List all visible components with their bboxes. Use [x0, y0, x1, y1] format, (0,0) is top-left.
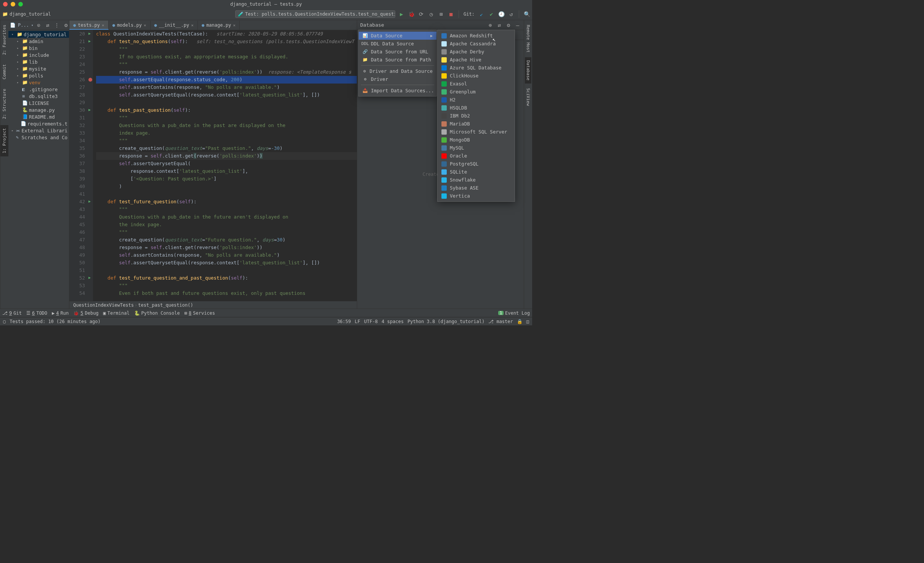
popup-item-import-data-sources-[interactable]: 📥Import Data Sources... — [359, 87, 436, 95]
bottom-tab-9-git[interactable]: ⎇9 Git — [2, 310, 22, 316]
datasource-mariadb[interactable]: MariaDB — [438, 120, 515, 128]
tree-item-mysite[interactable]: ▸📁mysite — [8, 65, 69, 72]
datasource-ibm-db2[interactable]: IBM Db2 — [438, 112, 515, 120]
indent-config[interactable]: 4 spaces — [382, 319, 404, 324]
git-branch[interactable]: ⎇ master — [488, 319, 513, 324]
datasource-mysql[interactable]: MySQL — [438, 144, 515, 152]
popup-item-data-source[interactable]: 📊Data Source▶ — [359, 32, 436, 40]
code-editor[interactable]: 2021222324252627282930313233343536373839… — [69, 30, 357, 301]
close-tab-icon[interactable]: × — [102, 23, 104, 28]
profile-button[interactable]: ◷ — [428, 11, 434, 17]
coverage-button[interactable]: ⟳ — [418, 11, 424, 17]
tree-item-license[interactable]: 📄LICENSE — [8, 100, 69, 106]
left-tab-2-favorites[interactable]: 2: Favorites — [0, 22, 8, 58]
file-encoding[interactable]: UTF-8 — [364, 319, 378, 324]
line-gutter[interactable]: 2021222324252627282930313233343536373839… — [69, 30, 88, 301]
run-configuration-selector[interactable]: 🧪 Test: polls.tests.QuestionIndexViewTes… — [235, 10, 395, 18]
right-tab-remote-host[interactable]: Remote Host — [525, 22, 531, 56]
locate-icon[interactable]: ⊙ — [35, 22, 42, 28]
interpreter[interactable]: Python 3.8 (django_tutorial) — [407, 319, 484, 324]
editor-breadcrumb[interactable]: QuestionIndexViewTests › test_past_quest… — [69, 301, 357, 309]
git-commit-icon[interactable]: ✔ — [488, 11, 494, 17]
left-tab-2-structure[interactable]: 2: Structure — [0, 85, 8, 122]
datasource-postgresql[interactable]: PostgreSQL — [438, 160, 515, 168]
tree-item-django_tutorial[interactable]: ▾📁django_tutorial — [8, 31, 69, 38]
datasource-azure-sql-database[interactable]: Azure SQL Database — [438, 64, 515, 72]
bottom-tab-6-todo[interactable]: ☰6 TODO — [26, 310, 47, 316]
left-tab-commit[interactable]: Commit — [0, 61, 8, 82]
tree-item-requirements-t[interactable]: 📄requirements.t — [8, 120, 69, 127]
tree-item-db-sqlite3[interactable]: ≡db.sqlite3 — [8, 93, 69, 100]
datasource-exasol[interactable]: Exasol — [438, 80, 515, 88]
expand-icon[interactable]: ⇄ — [45, 22, 51, 28]
db-new-icon[interactable]: ⊕ — [487, 22, 493, 28]
datasource-clickhouse[interactable]: ClickHouse — [438, 72, 515, 80]
editor-tab-tests-py[interactable]: ●tests.py× — [69, 21, 109, 30]
popup-item-data-source-from-path[interactable]: 📁Data Source from Path — [359, 56, 436, 64]
db-minimize-icon[interactable]: — — [515, 22, 521, 28]
line-separator[interactable]: LF — [355, 319, 360, 324]
datasource-snowflake[interactable]: Snowflake — [438, 176, 515, 184]
tree-item-external-librari[interactable]: ▸⫘External Librari — [8, 127, 69, 134]
datasource-amazon-redshift[interactable]: Amazon Redshift — [438, 32, 515, 40]
project-tree[interactable]: ▾📁django_tutorial▸📁admin▸📁bin▸📁include▸📁… — [8, 30, 69, 309]
bottom-tab-8-services[interactable]: ⊞8 Services — [184, 310, 215, 316]
editor-tab-models-py[interactable]: ●models.py× — [109, 21, 151, 30]
concurrency-button[interactable]: ⊞ — [438, 11, 444, 17]
tree-item-polls[interactable]: ▸📁polls — [8, 72, 69, 79]
right-tab-sciview[interactable]: SciView — [525, 85, 531, 109]
tree-item-bin[interactable]: ▸📁bin — [8, 45, 69, 51]
bottom-tab-terminal[interactable]: ▣Terminal — [103, 310, 130, 316]
breadcrumb[interactable]: 📁 django_tutorial — [2, 11, 51, 17]
tree-item--gitignore[interactable]: ◧.gitignore — [8, 86, 69, 93]
datasource-sqlite[interactable]: SQLite — [438, 168, 515, 176]
datasource-h2[interactable]: H2 — [438, 96, 515, 104]
settings-icon[interactable]: ⚙ — [63, 22, 69, 28]
left-tab-1-project[interactable]: 1: Project — [0, 125, 8, 156]
memory-indicator[interactable]: 🔒 — [517, 319, 523, 324]
close-tab-icon[interactable]: × — [144, 23, 146, 28]
tree-item-admin[interactable]: ▸📁admin — [8, 38, 69, 45]
tree-item-manage-py[interactable]: 🐍manage.py — [8, 106, 69, 113]
popup-item-ddl-data-source[interactable]: DDLDDL Data Source — [359, 40, 436, 48]
close-tab-icon[interactable]: × — [233, 23, 236, 28]
datasource-sybase-ase[interactable]: Sybase ASE — [438, 184, 515, 192]
popup-item-data-source-from-url[interactable]: 🔗Data Source from URL — [359, 48, 436, 56]
bottom-tab-python-console[interactable]: 🐍Python Console — [134, 310, 180, 316]
collapse-icon[interactable]: ⋮ — [54, 22, 60, 28]
git-update-icon[interactable]: ↙ — [478, 11, 484, 17]
status-icon[interactable]: ▢ — [3, 319, 6, 324]
run-marker-column[interactable]: ▶▶▶▶▶ — [88, 30, 93, 301]
datasource-oracle[interactable]: Oracle — [438, 152, 515, 160]
search-everywhere-icon[interactable]: 🔍 — [524, 11, 530, 17]
popup-item-driver-and-data-source[interactable]: ⚙Driver and Data Source — [359, 67, 436, 75]
code-content[interactable]: class QuestionIndexViewTests(TestCase): … — [93, 30, 357, 301]
crumb-class[interactable]: QuestionIndexViewTests — [73, 302, 134, 308]
bottom-tab-4-run[interactable]: ▶4 Run — [52, 310, 69, 316]
tree-item-readme-md[interactable]: 📘README.md — [8, 113, 69, 120]
datasource-microsoft-sql-server[interactable]: Microsoft SQL Server — [438, 128, 515, 136]
event-log[interactable]: 1 Event Log — [498, 310, 530, 316]
tree-item-scratches-and-co[interactable]: ✎Scratches and Co — [8, 134, 69, 141]
editor-tab-manage-py[interactable]: ●manage.py× — [198, 21, 240, 30]
tree-item-lib[interactable]: ▸📁lib — [8, 58, 69, 65]
datasource-hsqldb[interactable]: HSQLDB — [438, 104, 515, 112]
datasource-apache-cassandra[interactable]: Apache Cassandra — [438, 40, 515, 48]
tree-item-include[interactable]: ▸📁include — [8, 51, 69, 58]
read-only-indicator[interactable]: ◫ — [526, 319, 529, 324]
editor-tab-__init__-py[interactable]: ●__init__.py× — [151, 21, 198, 30]
tree-item-venv[interactable]: ▸📁venv — [8, 79, 69, 86]
git-history-icon[interactable]: 🕘 — [498, 11, 504, 17]
debug-button[interactable]: 🐞 — [408, 11, 414, 17]
popup-item-driver[interactable]: ⚙Driver — [359, 75, 436, 83]
stop-button[interactable]: ■ — [448, 11, 454, 17]
datasource-apache-hive[interactable]: Apache Hive — [438, 56, 515, 64]
project-header-label[interactable]: P... — [18, 23, 29, 28]
run-button[interactable]: ▶ — [398, 11, 404, 17]
git-revert-icon[interactable]: ↺ — [508, 11, 514, 17]
db-add-popup[interactable]: 📊Data Source▶DDLDDL Data Source🔗Data Sou… — [358, 30, 437, 97]
crumb-method[interactable]: test_past_question() — [138, 302, 193, 308]
datasource-greenplum[interactable]: Greenplum — [438, 88, 515, 96]
cursor-position[interactable]: 36:59 — [337, 319, 351, 324]
right-tab-database[interactable]: Database — [525, 57, 531, 84]
